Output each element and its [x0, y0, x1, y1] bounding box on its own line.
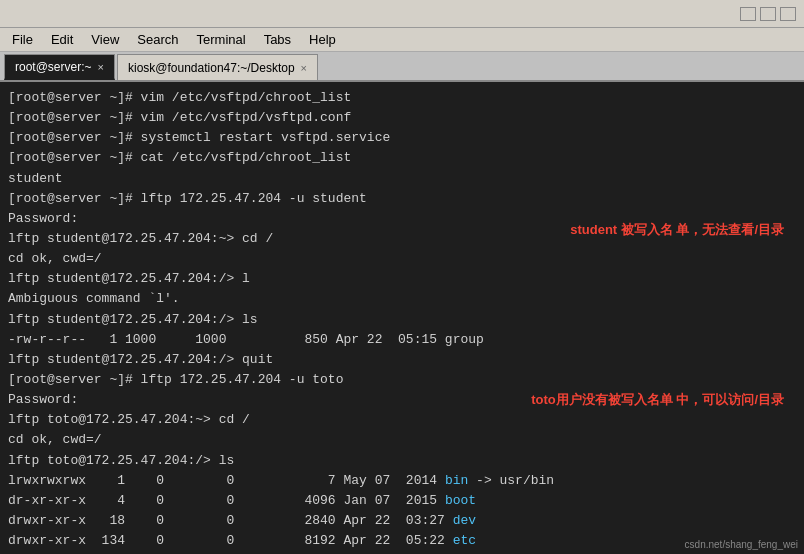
ls-row: lrwxrwxrwx 1 0 0 7 May 07 2014 bin -> us…: [8, 471, 796, 491]
menu-item-tabs[interactable]: Tabs: [256, 30, 299, 49]
ls-name: etc: [453, 533, 476, 548]
maximize-button[interactable]: [760, 7, 776, 21]
ls-name: boot: [445, 493, 476, 508]
tab-bar: root@server:~×kiosk@foundation47:~/Deskt…: [0, 52, 804, 82]
terminal-line: -rw-r--r-- 1 1000 1000 850 Apr 22 05:15 …: [8, 330, 796, 350]
terminal-line: [root@server ~]# lftp 172.25.47.204 -u s…: [8, 189, 796, 209]
ls-name: dev: [453, 513, 476, 528]
terminal-line: student: [8, 169, 796, 189]
terminal-line: Ambiguous command `l'.: [8, 289, 796, 309]
ls-row: drwxr-xr-x 18 0 0 2840 Apr 22 03:27 dev: [8, 511, 796, 531]
tab-close-0[interactable]: ×: [98, 61, 104, 73]
menu-item-help[interactable]: Help: [301, 30, 344, 49]
annotation-1: toto用户没有被写入名单 中，可以访问/目录: [531, 390, 784, 411]
ls-row: drwxr-xr-x 134 0 0 8192 Apr 22 05:22 etc: [8, 531, 796, 551]
terminal-line: [root@server ~]# vim /etc/vsftpd/chroot_…: [8, 88, 796, 108]
terminal-line: lftp student@172.25.47.204:/> quit: [8, 350, 796, 370]
tab-close-1[interactable]: ×: [301, 62, 307, 74]
terminal-line: lftp student@172.25.47.204:/> l: [8, 269, 796, 289]
menu-item-view[interactable]: View: [83, 30, 127, 49]
title-bar: [0, 0, 804, 28]
menu-item-edit[interactable]: Edit: [43, 30, 81, 49]
title-bar-controls: [740, 7, 796, 21]
ls-name: bin: [445, 473, 468, 488]
terminal-line: [root@server ~]# cat /etc/vsftpd/chroot_…: [8, 148, 796, 168]
watermark: csdn.net/shang_feng_wei: [685, 539, 798, 550]
close-button[interactable]: [780, 7, 796, 21]
ls-row: dr-xr-xr-x 4 0 0 4096 Jan 07 2015 boot: [8, 491, 796, 511]
tab-label-0: root@server:~: [15, 60, 92, 74]
tab-label-1: kiosk@foundation47:~/Desktop: [128, 61, 295, 75]
menu-item-terminal[interactable]: Terminal: [189, 30, 254, 49]
terminal-line: [root@server ~]# vim /etc/vsftpd/vsftpd.…: [8, 108, 796, 128]
terminal-line: [root@server ~]# systemctl restart vsftp…: [8, 128, 796, 148]
menu-item-file[interactable]: File: [4, 30, 41, 49]
annotation-0: student 被写入名 单，无法查看/目录: [570, 220, 784, 241]
terminal-line: lftp toto@172.25.47.204:/> ls: [8, 451, 796, 471]
tab-1[interactable]: kiosk@foundation47:~/Desktop×: [117, 54, 318, 80]
terminal[interactable]: [root@server ~]# vim /etc/vsftpd/chroot_…: [0, 82, 804, 554]
terminal-line: cd ok, cwd=/: [8, 249, 796, 269]
terminal-line: cd ok, cwd=/: [8, 430, 796, 450]
minimize-button[interactable]: [740, 7, 756, 21]
terminal-line: lftp toto@172.25.47.204:~> cd /: [8, 410, 796, 430]
menu-item-search[interactable]: Search: [129, 30, 186, 49]
terminal-line: lftp student@172.25.47.204:/> ls: [8, 310, 796, 330]
tab-0[interactable]: root@server:~×: [4, 54, 115, 80]
terminal-line: [root@server ~]# lftp 172.25.47.204 -u t…: [8, 370, 796, 390]
menu-bar: FileEditViewSearchTerminalTabsHelp: [0, 28, 804, 52]
